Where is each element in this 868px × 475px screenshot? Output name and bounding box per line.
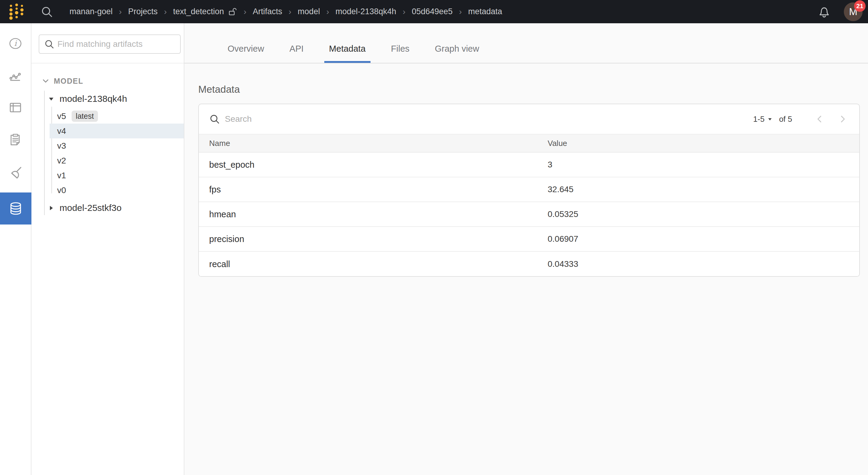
row-value-cell: 0.05325 <box>548 210 578 219</box>
breadcrumb-item-label: 05d649ee5 <box>412 7 453 16</box>
breadcrumb-item-label: model-2138qk4h <box>336 7 396 16</box>
tree-section-label: MODEL <box>54 77 84 86</box>
breadcrumb-item-label: model <box>298 7 320 16</box>
tree-guide-line <box>44 91 45 215</box>
page-title: Metadata <box>198 84 240 95</box>
version-label: v4 <box>57 126 66 136</box>
column-header-name[interactable]: Name <box>199 139 548 148</box>
panel-divider <box>31 63 184 63</box>
table-row[interactable]: hmean0.05325 <box>199 202 859 227</box>
breadcrumb-item-label: Projects <box>128 7 158 16</box>
breadcrumb-item[interactable]: text_detection <box>173 7 237 17</box>
version-label: v1 <box>57 171 66 180</box>
tab-overview[interactable]: Overview <box>223 44 269 63</box>
tab-metadata[interactable]: Metadata <box>324 44 371 63</box>
main-content: OverviewAPIMetadataFilesGraph view Metad… <box>184 23 868 475</box>
artifact-browser-panel: MODEL model-2138qk4hv5latestv4v3v2v1v0mo… <box>31 23 184 475</box>
breadcrumb-item-label: manan-goel <box>69 7 113 16</box>
breadcrumb-item-label: Artifacts <box>253 7 282 16</box>
metadata-table-card: 1-5 of 5 Name Value best_epoch3fps32.645… <box>198 104 860 277</box>
breadcrumb-separator: › <box>244 7 246 17</box>
version-item-v2[interactable]: v2 <box>50 153 184 168</box>
pagination-range[interactable]: 1-5 <box>753 115 765 124</box>
table-row[interactable]: recall0.04333 <box>199 252 859 277</box>
chevron-down-icon <box>42 77 50 85</box>
latest-badge: latest <box>72 110 98 122</box>
breadcrumb-item[interactable]: metadata <box>468 7 502 16</box>
breadcrumb-item[interactable]: 05d649ee5 <box>412 7 453 16</box>
version-item-v4[interactable]: v4 <box>50 124 184 138</box>
breadcrumb-separator: › <box>164 7 166 17</box>
caret-right-icon[interactable] <box>48 204 55 212</box>
caret-down-icon[interactable] <box>48 95 55 102</box>
row-name-cell: best_epoch <box>199 160 548 170</box>
breadcrumb-item[interactable]: Projects <box>128 7 158 16</box>
table-row[interactable]: fps32.645 <box>199 178 859 202</box>
breadcrumb-item[interactable]: Artifacts <box>253 7 282 16</box>
artifacts-icon <box>8 201 23 216</box>
row-value-cell: 0.06907 <box>548 234 578 244</box>
version-item-v1[interactable]: v1 <box>50 168 184 183</box>
pagination-total: of 5 <box>779 115 792 124</box>
notification-count-badge: 21 <box>854 0 866 12</box>
artifact-search-box[interactable] <box>39 34 181 54</box>
next-page-icon[interactable] <box>838 115 847 124</box>
global-search-icon[interactable] <box>40 5 53 18</box>
version-label: v3 <box>57 141 66 151</box>
row-name-cell: recall <box>199 259 548 269</box>
breadcrumb-item[interactable]: model-2138qk4h <box>336 7 396 16</box>
table-search-input[interactable] <box>225 114 406 124</box>
column-header-value[interactable]: Value <box>548 139 567 148</box>
row-value-cell: 3 <box>548 160 553 169</box>
row-name-cell: hmean <box>199 210 548 219</box>
row-value-cell: 32.645 <box>548 185 574 194</box>
sweeps-icon <box>8 165 23 180</box>
breadcrumb-separator: › <box>119 7 122 17</box>
user-avatar[interactable]: M 21 <box>844 2 863 21</box>
table-row[interactable]: best_epoch3 <box>199 153 859 178</box>
prev-page-icon[interactable] <box>815 115 824 124</box>
rail-item-sweeps[interactable] <box>0 157 31 189</box>
version-label: v2 <box>57 156 66 166</box>
table-search-row: 1-5 of 5 <box>199 104 859 134</box>
breadcrumb-item[interactable]: model <box>298 7 320 16</box>
version-item-v0[interactable]: v0 <box>50 183 184 198</box>
rail-item-charts[interactable] <box>0 60 31 92</box>
tab-files[interactable]: Files <box>386 44 414 63</box>
breadcrumb-item[interactable]: manan-goel <box>69 7 113 16</box>
breadcrumb-separator: › <box>403 7 405 17</box>
table-row[interactable]: precision0.06907 <box>199 227 859 252</box>
artifact-tabs: OverviewAPIMetadataFilesGraph view <box>184 23 868 63</box>
search-icon <box>209 114 220 125</box>
svg-text:i: i <box>14 39 17 48</box>
artifact-node-model-2138qk4h[interactable]: model-2138qk4h <box>31 92 184 106</box>
lock-open-icon <box>228 7 237 17</box>
rail-item-panels[interactable] <box>0 92 31 124</box>
artifact-node-model-25stkf3o[interactable]: model-25stkf3o <box>31 201 184 215</box>
rail-item-artifacts[interactable] <box>0 192 31 224</box>
tab-api[interactable]: API <box>285 44 309 63</box>
table-header-row: Name Value <box>199 134 859 153</box>
top-navbar: manan-goel›Projects›text_detection›Artif… <box>0 0 868 23</box>
version-label: v0 <box>57 186 66 195</box>
row-value-cell: 0.04333 <box>548 259 578 269</box>
version-item-v5[interactable]: v5latest <box>50 109 184 124</box>
rail-item-reports[interactable] <box>0 124 31 156</box>
version-item-v3[interactable]: v3 <box>50 138 184 153</box>
reports-icon <box>8 132 22 147</box>
tab-graph-view[interactable]: Graph view <box>430 44 484 63</box>
tree-section-model[interactable]: MODEL <box>31 75 184 87</box>
row-name-cell: precision <box>199 234 548 244</box>
breadcrumb-item-label: metadata <box>468 7 502 16</box>
breadcrumb-separator: › <box>289 7 291 17</box>
notifications-bell-icon[interactable] <box>817 5 831 19</box>
row-name-cell: fps <box>199 185 548 195</box>
caret-down-icon[interactable] <box>767 117 773 122</box>
wandb-logo-icon[interactable] <box>8 3 25 21</box>
rail-item-info[interactable]: i <box>0 28 31 60</box>
left-icon-rail: i <box>0 23 31 475</box>
info-icon: i <box>8 37 23 51</box>
artifact-search-input[interactable] <box>57 39 175 49</box>
topbar-right: M 21 <box>817 2 863 21</box>
artifact-name: model-25stkf3o <box>60 203 122 213</box>
